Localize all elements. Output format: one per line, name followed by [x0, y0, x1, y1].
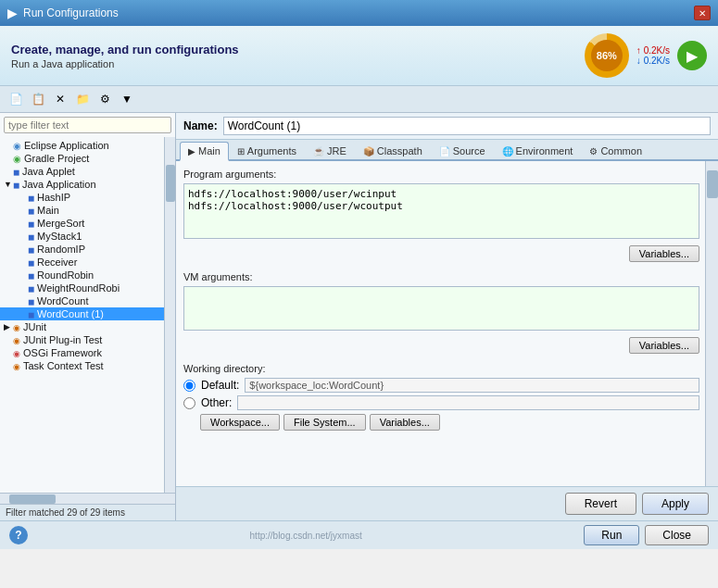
header-subtext: Run a Java application	[11, 58, 239, 69]
name-bar: Name:	[176, 113, 718, 140]
left-scrollbar[interactable]	[164, 137, 175, 493]
default-radio-row: Default:	[183, 378, 699, 393]
toolbar-delete-btn[interactable]: ✕	[50, 89, 70, 109]
vm-args-label: VM arguments:	[183, 271, 699, 282]
tab-environment[interactable]: 🌐 Environment	[494, 142, 582, 159]
tree-item-main[interactable]: ◼Main	[0, 204, 164, 217]
tree-item-icon: ◼	[28, 270, 34, 281]
program-args-input[interactable]	[183, 183, 699, 239]
filter-status: Filter matched 29 of 29 items	[0, 504, 175, 520]
left-hscrollbar[interactable]	[0, 493, 175, 504]
tree-item-label: Java Application	[22, 179, 96, 190]
tree-item-mergesort[interactable]: ◼MergeSort	[0, 217, 164, 230]
toolbar-dropdown-btn[interactable]: ▼	[117, 89, 137, 109]
help-btn[interactable]: ?	[9, 526, 28, 544]
title-bar: ▶ Run Configurations ✕	[0, 0, 718, 26]
toolbar-copy-btn[interactable]: 📋	[28, 89, 48, 109]
tree-item-icon: ◼	[28, 193, 34, 203]
title-bar-close-btn[interactable]: ✕	[694, 6, 711, 20]
tree-item-haship[interactable]: ◼HashIP	[0, 191, 164, 204]
tree-item-task-context-test[interactable]: ◉Task Context Test	[0, 359, 164, 372]
tree-item-wordcount1[interactable]: ◼WordCount (1)	[0, 307, 164, 320]
tree-item-label: WordCount (1)	[37, 308, 104, 319]
variables-btn-1[interactable]: Variables...	[629, 245, 699, 262]
tree-item-mystack1[interactable]: ◼MyStack1	[0, 230, 164, 243]
tree-item-wordcount[interactable]: ◼WordCount	[0, 294, 164, 307]
apply-btn[interactable]: Apply	[642, 493, 709, 515]
very-bottom-bar: ? http://blog.csdn.net/jyxmast Run Close	[0, 520, 718, 549]
tab-common[interactable]: ⚙ Common	[581, 142, 650, 159]
tree-item-roundrobin[interactable]: ◼RoundRobin	[0, 269, 164, 281]
tree-item-icon: ◼	[13, 180, 19, 190]
tree-item-icon: ◉	[13, 322, 20, 332]
tab-arguments[interactable]: ⊞ Arguments	[229, 142, 305, 159]
tree-item-label: Eclipse Application	[24, 140, 109, 151]
toolbar-folder-btn[interactable]: 📁	[72, 89, 93, 109]
tab-source[interactable]: 📄 Source	[431, 142, 494, 159]
main-content: ◉Eclipse Application◉Gradle Project◼Java…	[0, 113, 718, 520]
tree-item-junit[interactable]: ▶◉JUnit	[0, 320, 164, 333]
tab-main[interactable]: ▶ Main	[180, 142, 229, 161]
speed-down: ↓ 0.2K/s	[636, 56, 670, 66]
file-system-btn[interactable]: File System...	[283, 414, 366, 431]
tree-item-icon: ◼	[28, 244, 34, 255]
tree-item-label: OSGi Framework	[23, 347, 102, 358]
other-radio-row: Other:	[183, 395, 699, 410]
tree-item-label: WeightRoundRobi	[37, 282, 120, 294]
speed-info: ↑ 0.2K/s ↓ 0.2K/s	[636, 45, 670, 66]
tree-item-randomip[interactable]: ◼RandomIP	[0, 243, 164, 256]
variables-btn-2[interactable]: Variables...	[629, 337, 699, 354]
tree-item-junit-plugin-test[interactable]: ◉JUnit Plug-in Test	[0, 333, 164, 346]
tree-expander: ▶	[4, 322, 13, 332]
left-scrollbar-thumb	[166, 165, 175, 202]
vm-args-input[interactable]	[183, 286, 699, 331]
left-hscrollbar-thumb	[9, 494, 56, 504]
tab-jre[interactable]: ☕ JRE	[305, 142, 355, 159]
header-heading: Create, manage, and run configurations	[11, 43, 239, 56]
tree-item-label: JUnit	[23, 321, 46, 332]
other-radio[interactable]	[183, 397, 195, 409]
tree-item-eclipse-app[interactable]: ◉Eclipse Application	[0, 139, 164, 152]
tree-item-java-application[interactable]: ▼◼Java Application	[0, 178, 164, 191]
tree-item-icon: ◉	[13, 348, 20, 358]
default-radio[interactable]	[183, 380, 195, 392]
program-args-section: Program arguments: Variables...	[183, 169, 699, 262]
tree-item-icon: ◼	[28, 257, 34, 268]
tab-main-icon: ▶	[188, 146, 195, 156]
right-scrollbar[interactable]	[705, 161, 718, 486]
tree-area: ◉Eclipse Application◉Gradle Project◼Java…	[0, 137, 164, 493]
tree-item-icon: ◼	[28, 283, 34, 294]
tree-item-receiver[interactable]: ◼Receiver	[0, 256, 164, 269]
workspace-btn[interactable]: Workspace...	[200, 414, 280, 431]
tree-item-icon: ◉	[13, 154, 21, 164]
tree-item-weightroundrobi[interactable]: ◼WeightRoundRobi	[0, 281, 164, 294]
working-dir-label: Working directory:	[183, 363, 699, 374]
toolbar-settings-btn[interactable]: ⚙	[94, 89, 115, 109]
tree-item-label: Gradle Project	[24, 153, 89, 164]
program-args-label: Program arguments:	[183, 169, 699, 180]
tree-item-icon: ◉	[13, 335, 20, 345]
tree-item-label: HashIP	[37, 192, 70, 203]
tree-item-gradle-project[interactable]: ◉Gradle Project	[0, 152, 164, 165]
tree-item-icon: ◼	[28, 296, 34, 307]
revert-btn[interactable]: Revert	[565, 493, 636, 515]
tree-item-java-applet[interactable]: ◼Java Applet	[0, 165, 164, 178]
run-badge-icon: ▶	[687, 47, 698, 65]
tree-item-label: Receiver	[37, 256, 77, 268]
tree-item-osgi-framework[interactable]: ◉OSGi Framework	[0, 346, 164, 359]
tree-item-label: MergeSort	[37, 218, 84, 229]
other-dir-input[interactable]	[237, 395, 699, 410]
variables-btn-3[interactable]: Variables...	[370, 414, 440, 431]
tree-expander: ▼	[4, 180, 13, 189]
filter-input[interactable]	[4, 117, 171, 133]
name-input[interactable]	[223, 117, 711, 135]
run-badge[interactable]: ▶	[677, 41, 707, 70]
close-btn[interactable]: Close	[645, 525, 709, 545]
toolbar-new-btn[interactable]: 📄	[6, 89, 26, 109]
tab-classpath[interactable]: 📦 Classpath	[355, 142, 431, 159]
bottom-bar: Revert Apply	[176, 486, 718, 520]
tree-item-label: WordCount	[37, 295, 88, 307]
default-dir-input[interactable]	[245, 378, 699, 393]
tree-item-label: MyStack1	[37, 231, 82, 242]
run-btn[interactable]: Run	[584, 525, 639, 545]
